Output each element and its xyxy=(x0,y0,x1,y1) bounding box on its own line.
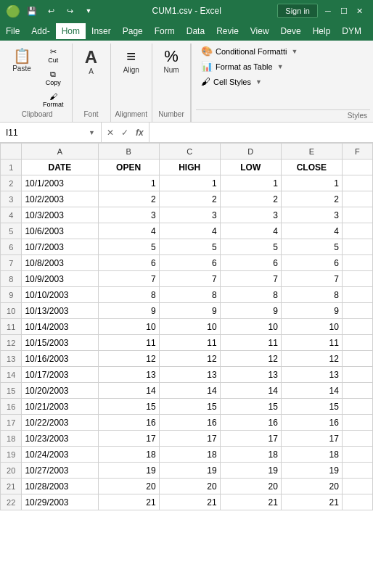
cell[interactable]: 18 xyxy=(159,447,220,463)
cell[interactable]: 1 xyxy=(98,175,159,191)
cell[interactable]: 7 xyxy=(281,271,342,287)
col-header-d[interactable]: D xyxy=(220,144,281,160)
cell[interactable]: OPEN xyxy=(98,160,159,175)
cell[interactable]: 14 xyxy=(98,383,159,399)
cell[interactable]: 18 xyxy=(281,447,342,463)
cell[interactable]: 20 xyxy=(220,479,281,494)
cell[interactable]: 1 xyxy=(220,175,281,191)
cell[interactable]: 10/7/2003 xyxy=(22,239,98,255)
sign-in-button[interactable]: Sign in xyxy=(277,4,318,18)
cell[interactable]: 10 xyxy=(159,319,220,335)
name-box[interactable]: I11 ▼ xyxy=(0,123,102,142)
copy-button[interactable]: ⧉ Copy xyxy=(39,67,67,88)
cell[interactable]: 10/28/2003 xyxy=(22,479,98,494)
cell[interactable]: 8 xyxy=(220,287,281,303)
cell[interactable] xyxy=(342,239,372,255)
cell[interactable]: 16 xyxy=(98,415,159,431)
cell[interactable]: 21 xyxy=(159,494,220,510)
cell[interactable]: 5 xyxy=(98,239,159,255)
cell[interactable] xyxy=(342,207,372,223)
col-header-b[interactable]: B xyxy=(98,144,159,160)
cell[interactable]: 4 xyxy=(159,223,220,239)
cell[interactable] xyxy=(342,351,372,367)
col-header-e[interactable]: E xyxy=(281,144,342,160)
cell[interactable]: 10/29/2003 xyxy=(22,494,98,510)
menu-developer[interactable]: Deve xyxy=(275,23,307,39)
cell[interactable]: 10/3/2003 xyxy=(22,207,98,223)
menu-page[interactable]: Page xyxy=(117,23,149,39)
cell[interactable]: 2 xyxy=(159,191,220,207)
cell[interactable]: 8 xyxy=(281,287,342,303)
cell[interactable] xyxy=(342,175,372,191)
cell[interactable]: 20 xyxy=(98,479,159,494)
cell[interactable]: 16 xyxy=(281,415,342,431)
cell[interactable]: 3 xyxy=(220,207,281,223)
cell-styles-button[interactable]: 🖌 Cell Styles ▼ xyxy=(196,74,370,89)
insert-function-button[interactable]: fx xyxy=(134,128,146,138)
cell[interactable]: 13 xyxy=(159,367,220,383)
format-painter-button[interactable]: 🖌 Format xyxy=(39,90,67,110)
cell[interactable]: 19 xyxy=(159,463,220,479)
cell[interactable]: 19 xyxy=(98,463,159,479)
menu-help[interactable]: Help xyxy=(307,23,337,39)
cell[interactable] xyxy=(342,447,372,463)
cell[interactable]: 1 xyxy=(281,175,342,191)
cell[interactable]: 15 xyxy=(98,399,159,415)
cell[interactable]: 10/24/2003 xyxy=(22,447,98,463)
cell[interactable]: 6 xyxy=(159,255,220,271)
cell[interactable]: 2 xyxy=(220,191,281,207)
cut-button[interactable]: ✂ Cut xyxy=(39,45,67,66)
cell[interactable]: 1 xyxy=(159,175,220,191)
cell[interactable]: 12 xyxy=(220,351,281,367)
conditional-formatting-button[interactable]: 🎨 Conditional Formatti ▼ xyxy=(196,44,370,59)
cell[interactable]: 10/20/2003 xyxy=(22,383,98,399)
cell[interactable]: 17 xyxy=(159,431,220,447)
cell[interactable]: 14 xyxy=(220,383,281,399)
minimize-icon[interactable]: ─ xyxy=(321,4,335,18)
cell[interactable] xyxy=(342,335,372,351)
cell[interactable]: 5 xyxy=(159,239,220,255)
cell[interactable] xyxy=(342,287,372,303)
cell[interactable]: 10/13/2003 xyxy=(22,303,98,319)
cell[interactable]: 3 xyxy=(159,207,220,223)
cell[interactable]: 4 xyxy=(281,223,342,239)
cancel-formula-button[interactable]: ✕ xyxy=(104,128,116,138)
cell[interactable]: 8 xyxy=(98,287,159,303)
cell[interactable] xyxy=(342,399,372,415)
cell[interactable]: DATE xyxy=(22,160,98,175)
cell[interactable]: 7 xyxy=(159,271,220,287)
cell[interactable]: 10 xyxy=(281,319,342,335)
cell[interactable]: 12 xyxy=(159,351,220,367)
menu-insert[interactable]: Inser xyxy=(86,23,117,39)
cell[interactable] xyxy=(342,463,372,479)
cell[interactable]: 19 xyxy=(220,463,281,479)
number-button[interactable]: % Num xyxy=(157,45,186,78)
restore-icon[interactable]: ☐ xyxy=(337,4,351,18)
conditional-formatting-expand[interactable]: ▼ xyxy=(290,48,299,55)
col-header-a[interactable]: A xyxy=(22,144,98,160)
cell[interactable]: 10/16/2003 xyxy=(22,351,98,367)
cell[interactable] xyxy=(342,367,372,383)
cell[interactable]: 10/14/2003 xyxy=(22,319,98,335)
col-header-c[interactable]: C xyxy=(159,144,220,160)
cell[interactable]: 11 xyxy=(281,335,342,351)
close-icon[interactable]: ✕ xyxy=(353,4,367,18)
menu-formula[interactable]: Form xyxy=(149,23,181,39)
cell[interactable]: 10/23/2003 xyxy=(22,431,98,447)
cell[interactable]: 17 xyxy=(220,431,281,447)
cell[interactable] xyxy=(342,431,372,447)
confirm-formula-button[interactable]: ✓ xyxy=(119,128,131,138)
cell[interactable]: 11 xyxy=(159,335,220,351)
menu-home[interactable]: Hom xyxy=(56,23,86,39)
format-as-table-button[interactable]: 📊 Format as Table ▼ xyxy=(196,59,370,74)
cell[interactable]: LOW xyxy=(220,160,281,175)
format-table-expand[interactable]: ▼ xyxy=(276,63,285,70)
cell[interactable]: 10 xyxy=(98,319,159,335)
font-button[interactable]: A A xyxy=(77,45,106,79)
cell[interactable]: 12 xyxy=(98,351,159,367)
cell[interactable]: 20 xyxy=(159,479,220,494)
cell[interactable]: 21 xyxy=(281,494,342,510)
quick-access-more[interactable]: ▼ xyxy=(81,4,96,18)
cell[interactable]: 9 xyxy=(159,303,220,319)
cell[interactable]: 10/15/2003 xyxy=(22,335,98,351)
